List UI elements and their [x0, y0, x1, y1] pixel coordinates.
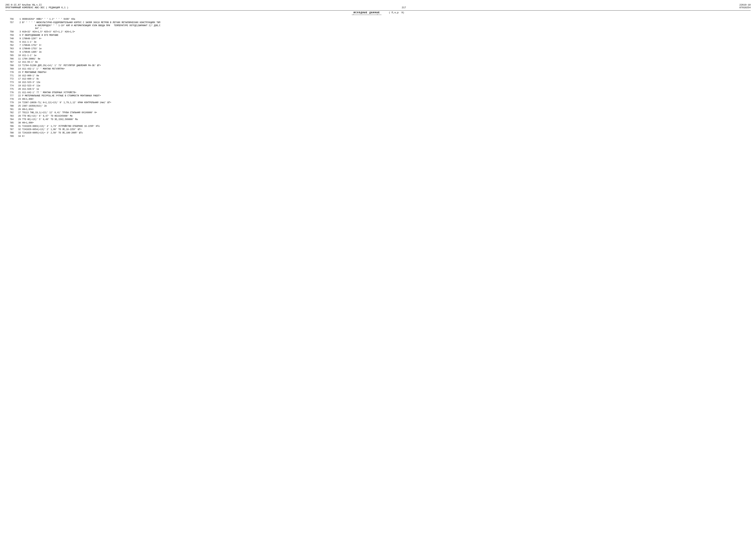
row-index: 3	[14, 30, 21, 34]
table-row: 76712U11-93-1' 9е	[5, 60, 751, 64]
row-index: 25	[14, 104, 21, 108]
table-row: 78328ТТО НЕ(=13)' 6' 0,47' ТО НЕ1Х2Х5600…	[5, 115, 751, 118]
row-index: 8	[14, 47, 21, 50]
row-content: К•	[21, 135, 751, 138]
row-number: 784	[5, 118, 14, 121]
row-content: ТТО НЕ(=13)' 6' 0,47' ТО НЕ1Х2Х5600' Ме	[21, 115, 751, 118]
row-content: ТО113 ТАБ,19,1(=13)' 12' 0,41' ТРУБА СТА…	[21, 111, 751, 115]
table-row: 7596Р ОБОРУДОВАНИЕ И ЕГО МОНТАЖЕ	[5, 34, 751, 37]
row-content: 1704-20001' 9е	[21, 57, 751, 61]
row-index: 29	[14, 118, 21, 121]
row-number: 785	[5, 121, 14, 125]
row-index: 20	[14, 88, 21, 91]
row-index: 18	[14, 81, 21, 84]
row-content: Т1704-51286 ДОП,29(=14)' 1' 73' РЕГУЛЯТО…	[21, 64, 751, 67]
row-content: U11-93-1' 9е	[21, 60, 751, 64]
row-index: 22	[14, 94, 21, 98]
table-row: 77722Р МАТЕРИАЛЬНЫЕ РЕСУРСЫ,НЕ УЧТНЫЕ В …	[5, 94, 751, 98]
row-number: 769	[5, 67, 14, 71]
row-number: 786	[5, 125, 14, 128]
row-content: 170648-1305' 2е	[21, 50, 751, 54]
doc-num: 22619-10	[740, 4, 751, 6]
row-number: 789	[5, 135, 14, 138]
table-row: 780252307-10350(013)' 2е	[5, 104, 751, 108]
row-index: 10	[14, 54, 21, 57]
row-index: 26	[14, 108, 21, 111]
table-row: 766111704-20001' 9е	[5, 57, 751, 61]
row-number: 768	[5, 64, 14, 67]
table-row: 77621U11-642-1' 77 ' МОНТАЖ ОТБОРНЫХ УСТ…	[5, 91, 751, 94]
table-row: 7638170648-1753' 1е	[5, 47, 751, 50]
row-index: 2	[14, 21, 21, 30]
row-content: Р МАТЕРИАЛЬНЫЕ РЕСУРСЫ,НЕ УЧТНЫЕ В СТОИМ…	[21, 94, 751, 98]
table-row: 78732Т241029-6654(=13)' 2' 1,96' ТО ЛЕ,1…	[5, 128, 751, 131]
row-index: 21	[14, 91, 21, 94]
row-number: 777	[5, 94, 14, 98]
row-index: 27	[14, 111, 21, 115]
row-content: U11-432-1' 1' ' МОНТАЖ РЕГУЛЯТРА•	[21, 67, 751, 71]
table-row: 7583Н19=32' Н24=1,5* Н25=3' Н27=1,2' Н26…	[5, 30, 751, 34]
row-content: Н9=1,898•	[21, 98, 751, 101]
row-number: 776	[5, 91, 14, 94]
row-number: 773	[5, 81, 14, 84]
row-index: 11	[14, 57, 21, 61]
row-index: 13	[14, 64, 21, 67]
section-title-row: ИСХОДНЫЕ ДАННЫЕ =#====================#=…	[5, 11, 751, 16]
row-number: 771	[5, 74, 14, 78]
row-index: 31	[14, 125, 21, 128]
data-section: 7561069010264* Н9В1* ' ' 1.1* ' ' ' 9190…	[5, 18, 751, 138]
row-content: Р ОБОРУДОВАНИЕ И ЕГО МОНТАЖЕ	[21, 34, 751, 37]
row-index: 24	[14, 101, 21, 104]
row-index: 12	[14, 60, 21, 64]
row-content: Н9=1,090•	[21, 121, 751, 125]
row-content: Т241029-6654(=13)' 2' 1,96' ТО ЛЕ,16-225…	[21, 128, 751, 131]
row-content: 2307-10350(013)' 2е	[21, 104, 751, 108]
table-row: 77318U12-523-3' 12е	[5, 81, 751, 84]
row-index: 9	[14, 37, 21, 40]
main-table: 7561069010264* Н9В1* ' ' 1.1* ' ' ' 9190…	[5, 18, 751, 138]
table-row: 77015Р МОНТАЖНЫЕ РАБОТЫ•	[5, 71, 751, 74]
row-number: 774	[5, 84, 14, 88]
row-content: U11-620-5' 1е	[21, 88, 751, 91]
row-content: Т241029-6003(=13)' 4' 1,73' УСТРОЙСТВО О…	[21, 125, 751, 128]
row-number: 765	[5, 54, 14, 57]
row-content: U12-523-3' 12е	[21, 81, 751, 84]
table-row: 78833Т241029-6095(=13)• 3' 2,50' ТО ЛЕ,1…	[5, 131, 751, 135]
row-index: 16	[14, 74, 21, 78]
page-info: ( П,н,р 9)	[389, 11, 404, 16]
row-index: 14	[14, 67, 21, 71]
row-index: 9	[14, 50, 21, 54]
row-index: 7	[14, 44, 21, 47]
table-row: 77520U11-620-5' 1е	[5, 88, 751, 91]
row-content: 069010264* Н9В1* ' ' 1.1* ' ' ' 9190' НЗ…	[21, 18, 751, 21]
row-number: 761	[5, 40, 14, 44]
table-row: 78934К•	[5, 135, 751, 138]
row-number: 767	[5, 60, 14, 64]
table-row: 76510U11-1-1' 1е	[5, 54, 751, 57]
table-row: 78631Т241029-6003(=13)' 4' 1,73' УСТРОЙС…	[5, 125, 751, 128]
row-content: U12-609-1' 9с	[21, 78, 751, 81]
table-row: 7627170648-1752' 3•	[5, 44, 751, 47]
page-number: 217	[402, 6, 406, 9]
row-content: ТТО НЕ(=13)' 5' 0,49' ТО ЗЕ,15Х2,5Х6000'…	[21, 118, 751, 121]
org-name: ПРОГРАММНЫЙ КОМПЛЕКС АВС-ЗЕС ( РЕДАКЦИЯ …	[5, 6, 68, 9]
row-index: 15	[14, 71, 21, 74]
row-content: U12-523-4' 11е	[21, 84, 751, 88]
section-title: ИСХОДНЫЕ ДАННЫЕ =#====================#=…	[352, 11, 382, 16]
row-index: 30	[14, 121, 21, 125]
table-row: 76813Т1704-51286 ДОП,29(=14)' 1' 73' РЕГ…	[5, 64, 751, 67]
row-index: 17	[14, 78, 21, 81]
row-number: 758	[5, 30, 14, 34]
row-content: 170648-1752' 3•	[21, 44, 751, 47]
row-content: Т2307-10036-71( К=1,12(=13)' 9' 1,79,1,1…	[21, 101, 751, 104]
row-index: 1	[14, 18, 21, 21]
table-row: 78126Н9=1,034•	[5, 108, 751, 111]
document-header: 29I-8-2I.87 Альбом УШ,ч.II 22619-10	[5, 4, 751, 6]
row-index: 6	[14, 40, 21, 44]
row-content: 170648-1297' 4•	[21, 37, 751, 40]
row-content: Н19=32' Н24=1,5* Н25=3' Н27=1,2' Н26=1,5…	[21, 30, 751, 34]
table-row: 76914U11-432-1' 1' ' МОНТАЖ РЕГУЛЯТРА•	[5, 67, 751, 71]
row-number: 780	[5, 104, 14, 108]
row-index: 28	[14, 115, 21, 118]
table-row: 78530Н9=1,090•	[5, 121, 751, 125]
